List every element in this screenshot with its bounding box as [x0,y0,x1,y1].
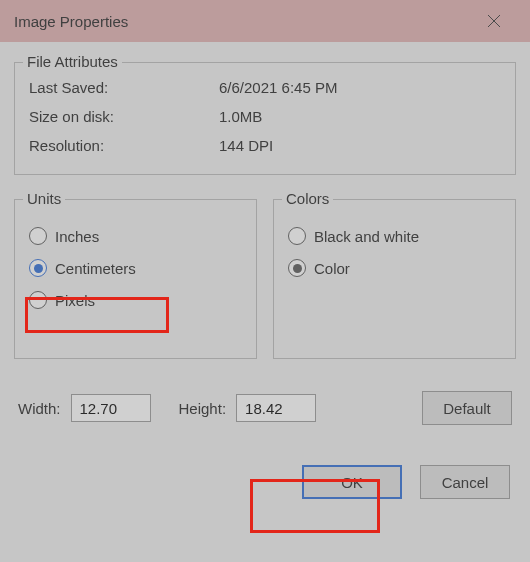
height-input[interactable] [236,394,316,422]
last-saved-row: Last Saved: 6/6/2021 6:45 PM [29,73,501,102]
ok-button[interactable]: OK [302,465,402,499]
height-label: Height: [179,400,227,417]
colors-legend: Colors [282,190,333,207]
ok-button-label: OK [341,474,363,491]
width-label: Width: [18,400,61,417]
file-attributes-legend: File Attributes [23,53,122,70]
close-icon [487,14,501,28]
radio-icon [288,227,306,245]
size-on-disk-label: Size on disk: [29,108,219,125]
units-centimeters-label: Centimeters [55,260,136,277]
colors-group: Colors Black and white Color [273,199,516,359]
default-button-label: Default [443,400,491,417]
last-saved-value: 6/6/2021 6:45 PM [219,79,501,96]
units-group: Units Inches Centimeters Pixels [14,199,257,359]
dimensions-row: Width: Height: Default [14,391,516,425]
colors-bw-radio[interactable]: Black and white [288,220,501,252]
width-input[interactable] [71,394,151,422]
radio-icon [29,227,47,245]
colors-color-radio[interactable]: Color [288,252,501,284]
units-inches-radio[interactable]: Inches [29,220,242,252]
radio-icon [29,259,47,277]
units-legend: Units [23,190,65,207]
radio-icon [288,259,306,277]
title-bar: Image Properties [0,0,530,42]
resolution-label: Resolution: [29,137,219,154]
units-centimeters-radio[interactable]: Centimeters [29,252,242,284]
size-on-disk-row: Size on disk: 1.0MB [29,102,501,131]
units-pixels-radio[interactable]: Pixels [29,284,242,316]
cancel-button-label: Cancel [442,474,489,491]
resolution-value: 144 DPI [219,137,501,154]
size-on-disk-value: 1.0MB [219,108,501,125]
radio-icon [29,291,47,309]
units-inches-label: Inches [55,228,99,245]
cancel-button[interactable]: Cancel [420,465,510,499]
close-button[interactable] [472,0,516,42]
colors-bw-label: Black and white [314,228,419,245]
resolution-row: Resolution: 144 DPI [29,131,501,160]
window-title: Image Properties [14,13,472,30]
units-pixels-label: Pixels [55,292,95,309]
default-button[interactable]: Default [422,391,512,425]
dialog-buttons: OK Cancel [14,465,516,499]
image-properties-dialog: Image Properties File Attributes Last Sa… [0,0,530,562]
last-saved-label: Last Saved: [29,79,219,96]
colors-color-label: Color [314,260,350,277]
file-attributes-group: File Attributes Last Saved: 6/6/2021 6:4… [14,62,516,175]
